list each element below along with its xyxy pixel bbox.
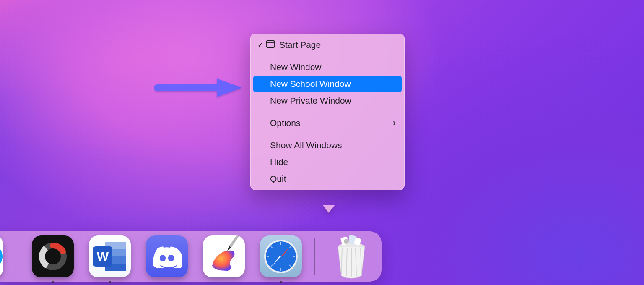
menu-item-label: Options — [270, 118, 300, 128]
context-menu-tail-icon — [323, 205, 335, 213]
dock-context-menu: ✓ Start Page New Window New School Windo… — [250, 34, 405, 190]
chevron-right-icon: › — [393, 118, 396, 128]
annotation-arrow-icon — [154, 77, 242, 99]
menu-separator — [257, 112, 398, 112]
checkmark-icon: ✓ — [257, 40, 264, 50]
running-dot-icon — [109, 281, 111, 283]
menu-item-label: Start Page — [279, 40, 321, 50]
svg-marker-1 — [217, 78, 242, 97]
menu-item-new-private-window[interactable]: New Private Window — [253, 92, 402, 109]
svg-rect-15 — [229, 236, 239, 248]
menu-separator — [257, 134, 398, 134]
dock-app-system-ring[interactable] — [32, 235, 74, 277]
desktop: ✓ Start Page New Window New School Windo… — [0, 0, 644, 285]
menu-item-options[interactable]: Options › — [253, 115, 402, 131]
menu-item-start-page[interactable]: ✓ Start Page — [253, 37, 402, 53]
system-ring-app-icon — [32, 235, 74, 277]
menu-item-label: Hide — [270, 157, 288, 167]
menu-item-new-window[interactable]: New Window — [253, 59, 402, 76]
partial-app-icon — [0, 235, 3, 277]
svg-point-4 — [0, 246, 1, 267]
menu-item-label: New School Window — [270, 79, 351, 89]
svg-rect-0 — [154, 84, 221, 91]
paint-app-icon — [203, 235, 245, 277]
menu-item-label: New Window — [270, 62, 322, 72]
dock-app-safari[interactable] — [260, 235, 302, 277]
dock-trash[interactable] — [328, 235, 371, 277]
safari-icon — [260, 235, 302, 277]
menu-item-new-school-window[interactable]: New School Window — [253, 76, 402, 92]
menu-item-label: New Private Window — [270, 96, 351, 106]
dock-region: W — [0, 218, 644, 285]
dock-divider — [314, 238, 315, 275]
discord-icon — [146, 235, 188, 277]
dock-app-discord[interactable] — [146, 235, 188, 277]
dock: W — [0, 231, 382, 282]
menu-item-quit[interactable]: Quit — [253, 170, 402, 187]
window-icon — [266, 40, 275, 50]
svg-point-39 — [344, 239, 349, 244]
menu-item-show-all-windows[interactable]: Show All Windows — [253, 137, 402, 154]
trash-full-icon — [330, 234, 370, 279]
dock-app-paint[interactable] — [203, 235, 245, 277]
dock-app-word[interactable]: W — [89, 235, 131, 277]
running-dot-icon — [52, 281, 54, 283]
running-dot-icon — [280, 281, 282, 283]
menu-item-label: Show All Windows — [270, 140, 342, 150]
dock-app-partial[interactable] — [0, 235, 17, 277]
menu-separator — [257, 56, 398, 56]
menu-item-hide[interactable]: Hide — [253, 154, 402, 170]
menu-item-label: Quit — [270, 174, 286, 184]
svg-text:W: W — [97, 249, 109, 263]
svg-rect-2 — [266, 41, 275, 47]
microsoft-word-icon: W — [89, 235, 131, 277]
